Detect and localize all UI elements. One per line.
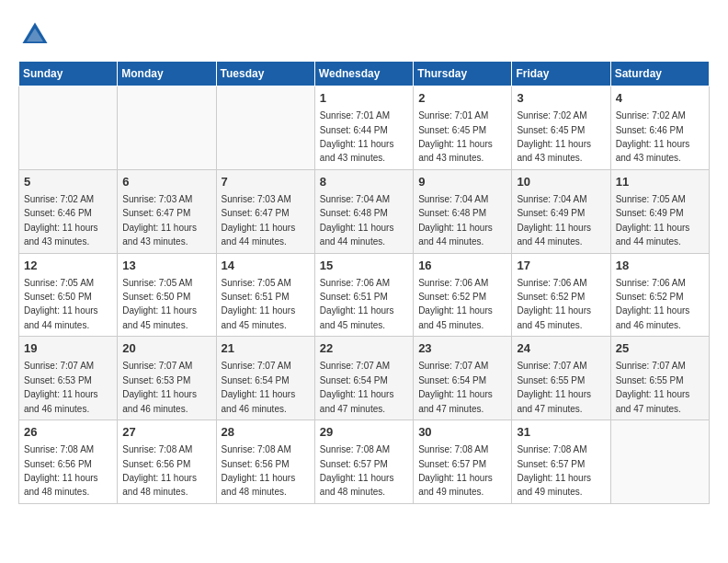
calendar-week-row: 12Sunrise: 7:05 AM Sunset: 6:50 PM Dayli… [19,253,710,337]
calendar-cell: 25Sunrise: 7:07 AM Sunset: 6:55 PM Dayli… [610,337,709,420]
calendar-cell: 5Sunrise: 7:02 AM Sunset: 6:46 PM Daylig… [19,169,118,253]
calendar-cell: 26Sunrise: 7:08 AM Sunset: 6:56 PM Dayli… [19,420,118,504]
day-number: 12 [24,258,112,274]
calendar-cell: 27Sunrise: 7:08 AM Sunset: 6:56 PM Dayli… [118,420,216,504]
weekday-header: Saturday [610,62,709,86]
day-number: 17 [517,258,605,274]
day-number: 28 [222,424,310,441]
calendar-cell: 20Sunrise: 7:07 AM Sunset: 6:53 PM Dayli… [118,337,216,420]
day-info: Sunrise: 7:07 AM Sunset: 6:55 PM Dayligh… [517,361,591,413]
calendar-table: SundayMondayTuesdayWednesdayThursdayFrid… [18,61,710,504]
calendar-cell: 31Sunrise: 7:08 AM Sunset: 6:57 PM Dayli… [512,420,610,504]
day-number: 26 [24,424,112,441]
day-number: 21 [222,340,310,357]
day-info: Sunrise: 7:07 AM Sunset: 6:53 PM Dayligh… [122,361,197,413]
day-number: 13 [122,258,210,274]
page-header [18,18,710,52]
calendar-cell: 12Sunrise: 7:05 AM Sunset: 6:50 PM Dayli… [19,253,118,337]
day-number: 8 [320,174,408,190]
day-info: Sunrise: 7:02 AM Sunset: 6:46 PM Dayligh… [616,110,690,163]
day-info: Sunrise: 7:04 AM Sunset: 6:49 PM Dayligh… [517,194,591,247]
day-number: 6 [122,174,210,190]
calendar-cell: 11Sunrise: 7:05 AM Sunset: 6:49 PM Dayli… [610,169,709,253]
day-info: Sunrise: 7:02 AM Sunset: 6:46 PM Dayligh… [24,194,98,247]
day-number: 19 [24,340,112,357]
day-number: 4 [616,90,704,107]
day-info: Sunrise: 7:07 AM Sunset: 6:54 PM Dayligh… [418,361,493,413]
day-number: 3 [517,90,605,107]
day-info: Sunrise: 7:01 AM Sunset: 6:45 PM Dayligh… [418,110,493,163]
calendar-cell: 28Sunrise: 7:08 AM Sunset: 6:56 PM Dayli… [216,420,314,504]
day-number: 15 [320,258,408,274]
day-number: 24 [517,340,605,357]
weekday-header: Friday [512,62,610,86]
day-info: Sunrise: 7:07 AM Sunset: 6:53 PM Dayligh… [24,361,98,413]
day-number: 22 [320,340,408,357]
day-number: 7 [222,174,310,190]
calendar-cell: 30Sunrise: 7:08 AM Sunset: 6:57 PM Dayli… [414,420,512,504]
day-info: Sunrise: 7:06 AM Sunset: 6:51 PM Dayligh… [320,278,394,330]
day-info: Sunrise: 7:06 AM Sunset: 6:52 PM Dayligh… [517,278,591,330]
day-info: Sunrise: 7:08 AM Sunset: 6:57 PM Dayligh… [418,444,493,497]
logo [18,18,57,52]
day-number: 9 [418,174,506,190]
day-info: Sunrise: 7:07 AM Sunset: 6:55 PM Dayligh… [616,361,690,413]
day-info: Sunrise: 7:08 AM Sunset: 6:56 PM Dayligh… [222,444,296,497]
day-number: 29 [320,424,408,441]
weekday-header: Wednesday [314,62,413,86]
calendar-cell [19,86,118,170]
day-number: 10 [517,174,605,190]
calendar-cell: 8Sunrise: 7:04 AM Sunset: 6:48 PM Daylig… [314,169,413,253]
calendar-cell: 23Sunrise: 7:07 AM Sunset: 6:54 PM Dayli… [414,337,512,420]
day-number: 30 [418,424,506,441]
day-info: Sunrise: 7:02 AM Sunset: 6:45 PM Dayligh… [517,110,591,163]
calendar-week-row: 26Sunrise: 7:08 AM Sunset: 6:56 PM Dayli… [19,420,710,504]
day-number: 25 [616,340,704,357]
calendar-cell: 6Sunrise: 7:03 AM Sunset: 6:47 PM Daylig… [118,169,216,253]
calendar-cell [610,420,709,504]
calendar-cell: 13Sunrise: 7:05 AM Sunset: 6:50 PM Dayli… [118,253,216,337]
calendar-cell: 4Sunrise: 7:02 AM Sunset: 6:46 PM Daylig… [610,86,709,170]
calendar-cell [118,86,216,170]
calendar-cell: 22Sunrise: 7:07 AM Sunset: 6:54 PM Dayli… [314,337,413,420]
calendar-week-row: 5Sunrise: 7:02 AM Sunset: 6:46 PM Daylig… [19,169,710,253]
weekday-header: Tuesday [216,62,314,86]
calendar-cell: 21Sunrise: 7:07 AM Sunset: 6:54 PM Dayli… [216,337,314,420]
day-info: Sunrise: 7:03 AM Sunset: 6:47 PM Dayligh… [222,194,296,247]
calendar-cell: 24Sunrise: 7:07 AM Sunset: 6:55 PM Dayli… [512,337,610,420]
day-info: Sunrise: 7:06 AM Sunset: 6:52 PM Dayligh… [616,278,690,330]
day-info: Sunrise: 7:01 AM Sunset: 6:44 PM Dayligh… [320,110,394,163]
calendar-cell: 18Sunrise: 7:06 AM Sunset: 6:52 PM Dayli… [610,253,709,337]
day-number: 1 [320,90,408,107]
weekday-header: Sunday [19,62,118,86]
day-info: Sunrise: 7:08 AM Sunset: 6:56 PM Dayligh… [122,444,197,497]
calendar-cell: 9Sunrise: 7:04 AM Sunset: 6:48 PM Daylig… [414,169,512,253]
day-info: Sunrise: 7:04 AM Sunset: 6:48 PM Dayligh… [320,194,394,247]
calendar-cell: 15Sunrise: 7:06 AM Sunset: 6:51 PM Dayli… [314,253,413,337]
day-number: 27 [122,424,210,441]
day-number: 5 [24,174,112,190]
day-number: 2 [418,90,506,107]
day-number: 14 [222,258,310,274]
calendar-cell: 2Sunrise: 7:01 AM Sunset: 6:45 PM Daylig… [414,86,512,170]
day-info: Sunrise: 7:07 AM Sunset: 6:54 PM Dayligh… [320,361,394,413]
calendar-cell: 3Sunrise: 7:02 AM Sunset: 6:45 PM Daylig… [512,86,610,170]
day-info: Sunrise: 7:08 AM Sunset: 6:57 PM Dayligh… [517,444,591,497]
day-info: Sunrise: 7:05 AM Sunset: 6:51 PM Dayligh… [222,278,296,330]
day-info: Sunrise: 7:06 AM Sunset: 6:52 PM Dayligh… [418,278,493,330]
calendar-cell: 1Sunrise: 7:01 AM Sunset: 6:44 PM Daylig… [314,86,413,170]
day-info: Sunrise: 7:08 AM Sunset: 6:56 PM Dayligh… [24,444,98,497]
calendar-cell [216,86,314,170]
calendar-cell: 7Sunrise: 7:03 AM Sunset: 6:47 PM Daylig… [216,169,314,253]
calendar-cell: 17Sunrise: 7:06 AM Sunset: 6:52 PM Dayli… [512,253,610,337]
day-number: 18 [616,258,704,274]
calendar-cell: 19Sunrise: 7:07 AM Sunset: 6:53 PM Dayli… [19,337,118,420]
day-number: 23 [418,340,506,357]
weekday-header: Monday [118,62,216,86]
day-info: Sunrise: 7:08 AM Sunset: 6:57 PM Dayligh… [320,444,394,497]
day-info: Sunrise: 7:04 AM Sunset: 6:48 PM Dayligh… [418,194,493,247]
header-row: SundayMondayTuesdayWednesdayThursdayFrid… [19,62,710,86]
calendar-week-row: 1Sunrise: 7:01 AM Sunset: 6:44 PM Daylig… [19,86,710,170]
calendar-cell: 29Sunrise: 7:08 AM Sunset: 6:57 PM Dayli… [314,420,413,504]
logo-icon [18,18,51,52]
